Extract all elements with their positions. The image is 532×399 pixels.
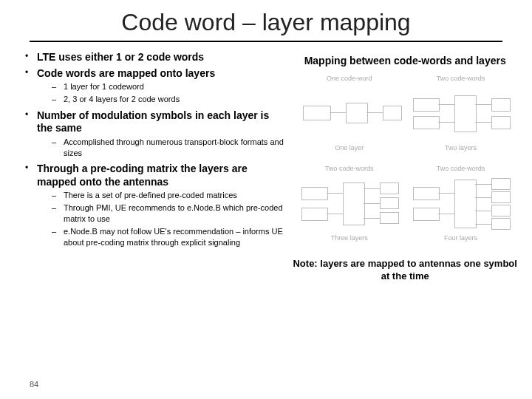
line [475, 104, 491, 105]
layer-box [491, 218, 511, 230]
line [438, 104, 454, 105]
layer-box [491, 98, 511, 112]
bullet-3-text: Number of modulation symbols in each lay… [37, 109, 285, 135]
diagram-cell-1: One code-word One layer [300, 75, 398, 154]
line [364, 203, 380, 204]
page-number: 84 [30, 380, 38, 389]
layer-box [491, 116, 511, 129]
sub-4-1: There is a set of pre-defined pre-coded … [37, 190, 285, 201]
content-area: LTE uses either 1 or 2 code words Code w… [0, 48, 532, 283]
bullet-1-text: LTE uses either 1 or 2 code words [37, 51, 285, 64]
diagram-caption-3: Two code-words [300, 165, 398, 172]
line [475, 197, 491, 198]
line [475, 184, 491, 185]
map-box [346, 103, 368, 123]
line [327, 214, 343, 214]
sub-4-3: e.Node.B may not follow UE's recommendat… [37, 226, 285, 248]
diagram-4 [412, 175, 510, 234]
line [330, 112, 346, 113]
layer-box [491, 178, 511, 190]
layer-box [491, 205, 511, 216]
layer-box [380, 212, 399, 224]
cw-box [301, 208, 328, 221]
line [364, 218, 380, 219]
cw-box [303, 106, 331, 120]
diagram-label-2: Two layers [412, 144, 510, 151]
layer-box [380, 183, 399, 194]
line [364, 188, 380, 189]
diagram-caption-4: Two code-words [412, 165, 510, 172]
cw-box [413, 116, 440, 129]
line [438, 214, 454, 214]
cw-box [413, 208, 440, 221]
layer-box [383, 106, 402, 120]
map-box [454, 180, 477, 228]
line [475, 211, 491, 211]
bullet-1: LTE uses either 1 or 2 code words [22, 51, 285, 64]
bullet-2-text: Code words are mapped onto layers [37, 67, 285, 81]
diagram-1 [300, 85, 398, 144]
line [327, 193, 343, 194]
right-heading: Mapping between code-words and layers [293, 54, 517, 67]
map-box [454, 95, 477, 132]
diagram-label-1: One layer [300, 144, 398, 151]
diagram-label-4: Four layers [412, 234, 510, 242]
title-rule [30, 41, 502, 42]
diagram-caption-1: One code-word [300, 75, 398, 82]
line [438, 193, 454, 194]
layer-box [491, 191, 511, 203]
right-column: Mapping between code-words and layers On… [293, 51, 517, 283]
sub-2-2: 2, 3 or 4 layers for 2 code words [37, 94, 285, 105]
layer-box [380, 197, 399, 209]
left-column: LTE uses either 1 or 2 code words Code w… [15, 51, 293, 283]
diagram-2 [412, 85, 510, 144]
bullet-3: Number of modulation symbols in each lay… [22, 109, 285, 159]
diagram-cell-4: Two code-words Four layers [412, 165, 510, 245]
bullet-2: Code words are mapped onto layers 1 laye… [22, 67, 285, 105]
diagram-cell-3: Two code-words Three layers [300, 165, 398, 245]
bullet-4: Through a pre-coding matrix the layers a… [22, 163, 285, 248]
slide-title: Code word – layer mapping [0, 0, 532, 41]
sub-4-2: Through PMI, UE recommends to e.Node.B w… [37, 202, 285, 225]
diagram-3 [300, 175, 398, 234]
cw-box [301, 187, 328, 200]
sub-3-1: Accomplished through numerous transport-… [37, 137, 285, 159]
diagram-grid: One code-word One layer Two code-words [293, 75, 517, 245]
map-box [343, 183, 365, 225]
note-text: Note: layers are mapped to antennas one … [293, 258, 517, 283]
cw-box [413, 98, 440, 112]
sub-2-1: 1 layer for 1 codeword [37, 81, 285, 92]
diagram-caption-2: Two code-words [412, 75, 510, 82]
bullet-4-text: Through a pre-coding matrix the layers a… [37, 163, 285, 188]
line [475, 224, 491, 225]
line [475, 122, 491, 123]
cw-box [413, 187, 440, 200]
line [438, 122, 454, 123]
line [366, 112, 383, 113]
diagram-label-3: Three layers [300, 234, 398, 242]
diagram-cell-2: Two code-words Two layers [412, 75, 510, 154]
